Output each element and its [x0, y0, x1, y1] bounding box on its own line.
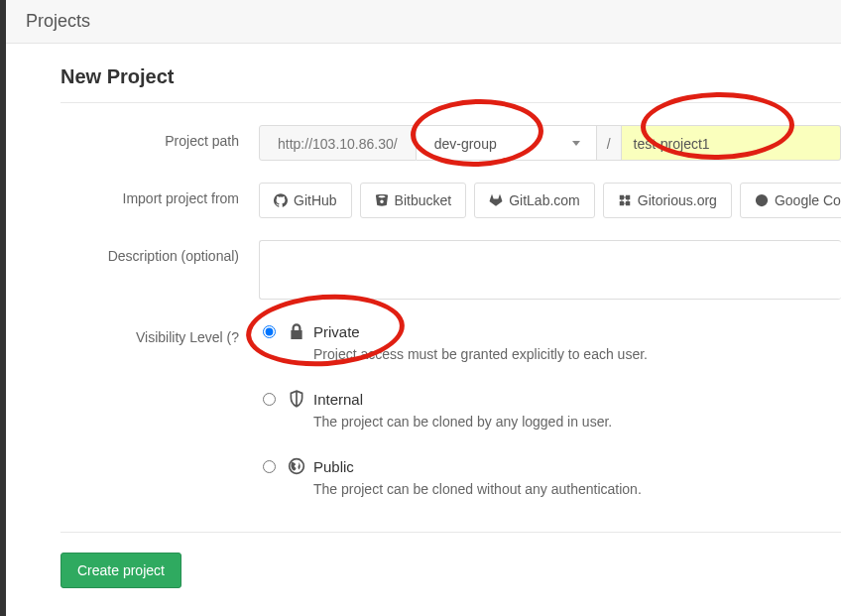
gitlab-icon — [489, 193, 503, 207]
visibility-desc-public: The project can be cloned without any au… — [313, 478, 642, 500]
row-description: Description (optional) — [60, 240, 841, 300]
path-slash: / — [597, 125, 622, 161]
namespace-select[interactable]: dev-group — [417, 125, 597, 161]
namespace-value: dev-group — [434, 136, 497, 152]
visibility-name-public: Public — [313, 456, 642, 478]
field-visibility: Private Project access must be granted e… — [259, 321, 841, 524]
form-footer: Create project — [60, 532, 841, 588]
import-googlecode-label: Google Code — [775, 192, 841, 208]
row-project-path: Project path http://103.10.86.30/ dev-gr… — [60, 125, 841, 161]
panel-title: New Project — [60, 62, 841, 103]
import-gitlab-label: GitLab.com — [509, 192, 580, 208]
field-description — [259, 240, 841, 300]
globe-icon — [288, 457, 305, 475]
new-project-form: Project path http://103.10.86.30/ dev-gr… — [60, 103, 841, 524]
visibility-option-internal[interactable]: Internal The project can be cloned by an… — [263, 389, 841, 432]
row-visibility: Visibility Level (? Private Project acce… — [60, 321, 841, 524]
radio-internal[interactable] — [263, 393, 276, 406]
path-host: http://103.10.86.30/ — [259, 125, 417, 161]
label-import: Import project from — [60, 183, 259, 218]
import-gitlab-button[interactable]: GitLab.com — [474, 183, 595, 218]
googlecode-icon — [755, 193, 769, 207]
visibility-option-private[interactable]: Private Project access must be granted e… — [263, 321, 841, 365]
visibility-desc-private: Project access must be granted explicitl… — [313, 343, 648, 365]
visibility-option-public[interactable]: Public The project can be cloned without… — [263, 456, 841, 500]
label-description: Description (optional) — [60, 240, 259, 300]
field-import: GitHub Bitbucket GitLab.com Gitorious.or… — [259, 183, 841, 218]
row-import: Import project from GitHub Bitbucket Git… — [60, 183, 841, 218]
description-textarea[interactable] — [259, 240, 841, 300]
header-bar: Projects — [6, 0, 841, 44]
page-title: Projects — [26, 11, 90, 32]
lock-icon — [288, 322, 305, 340]
project-name-input[interactable]: test-project1 — [622, 125, 841, 161]
create-project-button[interactable]: Create project — [60, 553, 181, 588]
content-area: New Project Project path http://103.10.8… — [6, 44, 841, 616]
visibility-desc-internal: The project can be cloned by any logged … — [313, 411, 612, 432]
shield-icon — [288, 390, 305, 408]
github-icon — [274, 193, 288, 207]
field-project-path: http://103.10.86.30/ dev-group / test-pr… — [259, 125, 841, 161]
label-visibility: Visibility Level (? — [60, 321, 259, 524]
import-github-button[interactable]: GitHub — [259, 183, 352, 218]
bitbucket-icon — [375, 193, 389, 207]
chevron-down-icon — [572, 141, 580, 146]
import-gitorious-label: Gitorious.org — [638, 192, 717, 208]
import-gitorious-button[interactable]: Gitorious.org — [603, 183, 732, 218]
import-bitbucket-button[interactable]: Bitbucket — [360, 183, 467, 218]
import-bitbucket-label: Bitbucket — [395, 192, 452, 208]
radio-private[interactable] — [263, 325, 276, 338]
gitorious-icon — [618, 193, 632, 207]
label-project-path: Project path — [60, 125, 259, 161]
radio-public[interactable] — [263, 460, 276, 473]
new-project-panel: New Project Project path http://103.10.8… — [60, 62, 841, 524]
visibility-name-private: Private — [313, 321, 648, 343]
import-googlecode-button[interactable]: Google Code — [740, 183, 841, 218]
import-github-label: GitHub — [294, 192, 337, 208]
visibility-name-internal: Internal — [313, 389, 612, 411]
